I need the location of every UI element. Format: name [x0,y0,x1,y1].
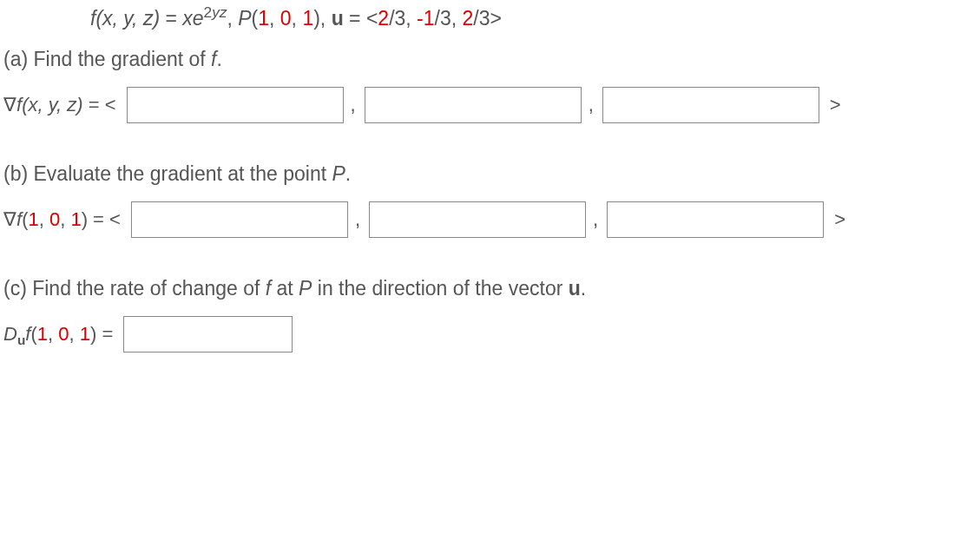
part-a-answer-row: ∇f(x, y, z) = < , , > [3,87,977,123]
u-subscript: u [17,333,25,347]
part-b-text: (b) Evaluate the gradient at the point [3,162,332,185]
gb-1: 1 [28,208,38,230]
part-b-P: P [332,162,345,185]
part-c-text1: (c) Find the rate of change of [3,277,266,300]
u-c2: , [451,7,463,30]
part-a-input-1[interactable] [127,87,344,123]
u3n: 2 [463,7,474,30]
nabla-icon: ∇ [3,94,16,115]
u-open: < [366,7,378,30]
part-b-answer-row: ∇f(1, 0, 1) = < , , > [3,201,977,238]
part-b-comma-1: , [355,208,360,231]
part-c-text2: at [271,277,299,300]
part-c-u: u [569,277,581,300]
func-args: (x, y, z) [95,7,160,30]
duf-3: 1 [80,323,90,345]
part-a-input-3[interactable] [602,87,819,123]
duf-2: 0 [58,323,69,345]
part-b-comma-2: , [593,208,598,231]
part-b-input-3[interactable] [607,201,824,238]
part-a-close: > [830,94,841,116]
P-close: ) [313,7,320,30]
P-arg3: 1 [302,7,313,30]
duf-c2: , [69,323,79,345]
u1d: /3 [389,7,405,30]
problem-statement: f(x, y, z) = xe2yz, P(1, 0, 1), u = <2/3… [90,7,977,30]
part-a-label: (a) Find the gradient of f. [3,48,977,71]
gb-eq: = < [88,208,121,230]
P-arg2: 0 [280,7,292,30]
P-arg1: 1 [258,7,269,30]
exp-yz: yz [212,3,227,21]
u3d: /3 [473,7,490,30]
exponent: 2yz [204,3,227,21]
u2d: /3 [435,7,451,30]
grad-f-point-label: ∇f(1, 0, 1) = < [3,208,121,231]
part-c-input[interactable] [123,316,293,352]
part-b-input-2[interactable] [369,201,586,238]
u-eq: = [344,7,366,30]
sep2: , [320,7,332,30]
duf-label: Duf(1, 0, 1) = [3,323,113,346]
gb-c1: , [39,208,49,230]
part-a-comma-2: , [589,94,594,116]
gb-c2: , [60,208,70,230]
duf-eq: = [96,323,113,345]
part-c-text3: in the direction of the vector [312,277,568,300]
gb-3: 1 [70,208,81,230]
P-c2: , [292,7,303,30]
rhs-e: e [193,7,204,30]
grad-f-xyz-label: ∇f(x, y, z) = < [3,94,116,116]
part-a-text: (a) Find the gradient of [3,48,211,70]
u-close: > [490,7,502,30]
part-c-answer-row: Duf(1, 0, 1) = [3,316,977,352]
sep1: , [227,7,238,30]
duf-1: 1 [37,323,48,345]
D-letter: D [3,323,17,345]
u1n: 2 [378,7,389,30]
gb-close: ) [82,208,88,230]
u-c1: , [405,7,417,30]
rhs-x: x [182,7,193,30]
u2n: -1 [417,7,434,30]
part-b-label: (b) Evaluate the gradient at the point P… [3,162,977,186]
P-label: P [238,7,251,30]
part-a-comma-1: , [351,94,356,116]
part-c-label: (c) Find the rate of change of f at P in… [3,277,977,300]
duf-open: ( [30,323,36,345]
part-c-P: P [299,277,312,300]
part-b-period: . [345,162,351,185]
grad-eq: = < [83,94,116,115]
exp-2: 2 [204,3,213,21]
part-c-period: . [581,277,586,300]
nabla-icon-b: ∇ [3,208,16,230]
gb-2: 0 [49,208,60,230]
duf-c1: , [48,323,58,345]
grad-args: (x, y, z) [22,94,82,115]
part-b-close: > [834,208,845,231]
part-a-period: . [216,48,221,70]
part-b-input-1[interactable] [131,201,348,238]
eq-sign: = [160,7,182,30]
P-c1: , [269,7,280,30]
part-a-input-2[interactable] [365,87,582,123]
u-label: u [332,7,344,30]
